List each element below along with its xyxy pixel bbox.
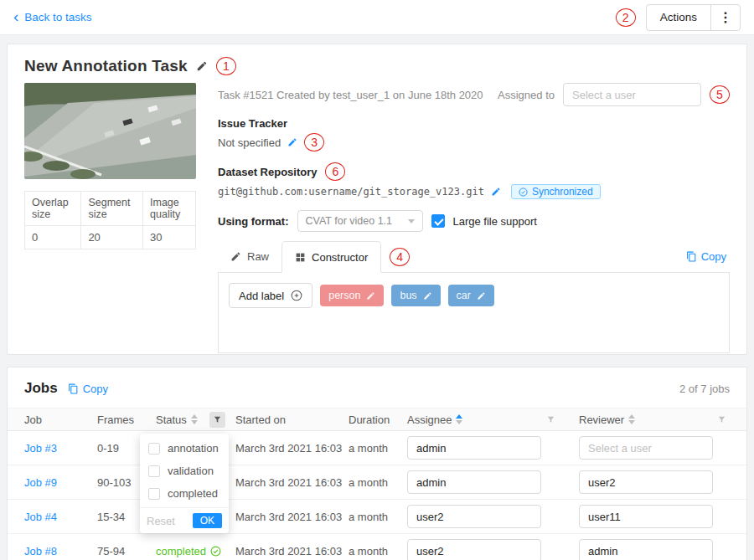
edit-title-icon[interactable]	[196, 60, 208, 72]
duration-cell: a month	[349, 511, 407, 523]
filter-ok-button[interactable]: OK	[193, 513, 222, 528]
add-label-button[interactable]: Add label	[229, 283, 312, 308]
large-file-label: Large file support	[453, 215, 537, 228]
assignee-input[interactable]	[407, 470, 541, 494]
duration-cell: a month	[349, 476, 407, 489]
labels-tab-bar: Raw Constructor 4	[218, 241, 730, 273]
using-format-label: Using format:	[218, 215, 289, 228]
duration-cell: a month	[349, 442, 407, 455]
col-job: Job	[24, 414, 97, 426]
assignee-input[interactable]	[407, 539, 541, 560]
chevron-down-icon	[408, 219, 415, 223]
format-select-value: CVAT for video 1.1	[306, 215, 393, 227]
copy-icon	[68, 383, 79, 394]
started-cell: March 3rd 2021 16:03	[235, 476, 349, 489]
label-tag-person[interactable]: person	[320, 285, 384, 306]
task-meta: Task #1521 Created by test_user_1 on Jun…	[218, 89, 489, 101]
edit-issue-tracker-icon[interactable]	[287, 137, 297, 147]
actions-button[interactable]: Actions ⋮	[646, 4, 741, 31]
topbar-right: 2 Actions ⋮	[616, 4, 741, 31]
assignee-input[interactable]	[407, 505, 541, 528]
job-link[interactable]: Job #3	[24, 442, 97, 455]
col-frames: Frames	[97, 414, 156, 426]
tab-constructor-label: Constructor	[312, 251, 368, 264]
filter-status-icon[interactable]	[209, 412, 225, 428]
col-assignee-label[interactable]: Assignee	[407, 414, 452, 426]
status-cell: completed	[156, 545, 235, 557]
callout-5: 5	[710, 85, 730, 104]
copy-labels-link[interactable]: Copy	[686, 250, 726, 263]
param-header: Segment size	[81, 192, 143, 226]
page: ‹ Back to tasks 2 Actions ⋮ New Annotati…	[0, 0, 754, 560]
checkbox-completed[interactable]	[148, 488, 160, 500]
callout-4: 4	[390, 248, 410, 266]
add-label-text: Add label	[239, 290, 284, 302]
filter-option-validation[interactable]: validation	[140, 460, 229, 482]
edit-repository-icon[interactable]	[491, 187, 501, 197]
kebab-menu-icon[interactable]: ⋮	[711, 11, 740, 24]
assignee-input[interactable]	[407, 436, 541, 460]
copy-jobs-label: Copy	[83, 383, 108, 395]
filter-reviewer-icon[interactable]	[714, 412, 730, 428]
back-to-tasks-label: Back to tasks	[24, 11, 91, 23]
reviewer-input[interactable]	[579, 436, 713, 460]
format-select[interactable]: CVAT for video 1.1	[297, 210, 423, 232]
check-circle-icon	[519, 188, 528, 197]
param-value: 0	[25, 226, 81, 249]
reviewer-input[interactable]	[579, 470, 713, 494]
tab-raw-label: Raw	[247, 250, 269, 263]
edit-label-icon[interactable]	[477, 291, 486, 301]
assigned-to-label: Assigned to	[498, 89, 555, 101]
back-to-tasks-link[interactable]: ‹ Back to tasks	[13, 10, 92, 24]
table-row: Job #8 75-94 completed March 3rd 2021 16…	[8, 534, 746, 560]
job-link[interactable]: Job #9	[24, 476, 97, 489]
filter-footer: Reset OK	[140, 507, 229, 533]
table-row: Job #4 15-34 March 3rd 2021 16:03 a mont…	[8, 500, 746, 534]
check-circle-icon	[210, 546, 221, 557]
task-right-column: Task #1521 Created by test_user_1 on Jun…	[218, 83, 730, 353]
table-row: Job #9 90-103 March 3rd 2021 16:03 a mon…	[8, 465, 746, 500]
col-status-label[interactable]: Status	[156, 414, 187, 426]
task-assignee-input[interactable]	[563, 83, 701, 106]
pencil-icon	[230, 251, 241, 262]
sync-status-badge: Synchronized	[511, 184, 601, 199]
label-tag-bus[interactable]: bus	[391, 285, 440, 306]
checkbox-validation[interactable]	[148, 465, 160, 477]
tab-raw[interactable]: Raw	[218, 241, 281, 272]
copy-jobs-link[interactable]: Copy	[68, 383, 108, 395]
frames-cell: 75-94	[97, 545, 156, 557]
jobs-header: Jobs Copy 2 of 7 jobs	[8, 378, 746, 399]
col-reviewer: Reviewer	[579, 412, 730, 428]
job-link[interactable]: Job #4	[24, 511, 97, 523]
filter-option-label: completed	[168, 487, 218, 500]
col-reviewer-label[interactable]: Reviewer	[579, 414, 624, 426]
checkbox-annotation[interactable]	[148, 443, 160, 455]
jobs-title: Jobs	[24, 380, 58, 397]
callout-1: 1	[216, 57, 236, 75]
filter-option-annotation[interactable]: annotation	[140, 437, 229, 460]
dataset-repository-label: Dataset Repository	[218, 166, 317, 178]
filter-reset-button[interactable]: Reset	[147, 515, 175, 527]
reviewer-input[interactable]	[579, 539, 713, 560]
sort-reviewer-icon[interactable]	[628, 414, 635, 424]
callout-6: 6	[325, 162, 345, 181]
actions-label: Actions	[647, 11, 710, 23]
task-preview-image	[24, 83, 196, 179]
copy-labels-label: Copy	[701, 250, 726, 263]
param-header: Image quality	[143, 192, 196, 226]
tab-constructor[interactable]: Constructor	[281, 241, 381, 273]
job-link[interactable]: Job #8	[24, 545, 97, 557]
sync-badge-label: Synchronized	[532, 186, 593, 198]
filter-assignee-icon[interactable]	[543, 412, 559, 428]
large-file-checkbox[interactable]	[431, 214, 445, 228]
sort-assignee-icon[interactable]	[456, 414, 462, 424]
jobs-card: Jobs Copy 2 of 7 jobs Job Frames Status	[7, 367, 747, 560]
label-tag-car[interactable]: car	[448, 285, 494, 306]
filter-option-completed[interactable]: completed	[140, 482, 229, 505]
task-details-card: New Annotation Task 1	[7, 44, 747, 355]
sort-status-icon[interactable]	[191, 414, 198, 424]
reviewer-input[interactable]	[579, 505, 713, 528]
edit-label-icon[interactable]	[423, 291, 432, 301]
jobs-table-header: Job Frames Status Started on Duration As…	[8, 408, 746, 431]
edit-label-icon[interactable]	[366, 291, 375, 301]
